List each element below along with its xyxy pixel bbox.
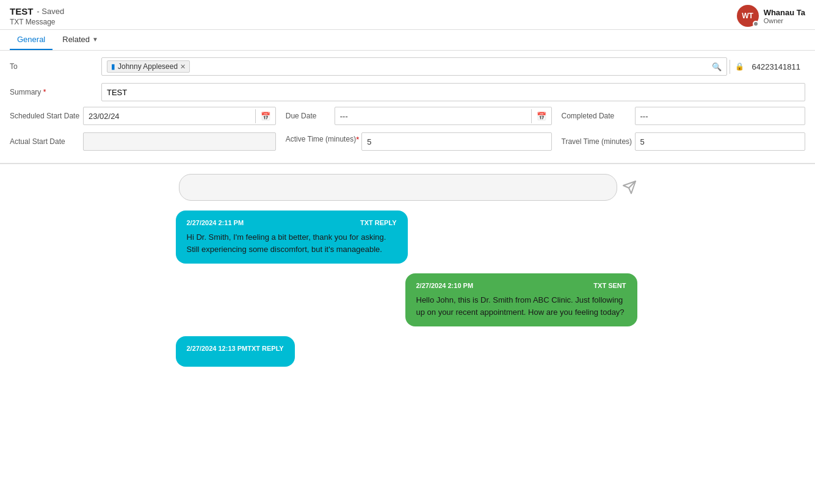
record-type: TXT Message [10, 18, 64, 26]
travel-time-col: Travel Time (minutes) 5 [552, 132, 805, 151]
message-input-row [179, 174, 637, 201]
record-title: TEST [10, 6, 33, 16]
msg-header-3: 2/27/2024 12:13 PM TXT REPLY [187, 345, 284, 352]
calendar-icon-scheduled[interactable]: 📅 [255, 109, 275, 123]
actual-start-value [84, 139, 275, 145]
search-icon[interactable]: 🔍 [712, 62, 722, 71]
msg-timestamp-2: 2/27/2024 2:10 PM [416, 282, 474, 289]
header: TEST - Saved TXT Message WT Whanau Ta Ow… [0, 0, 815, 30]
message-area: 2/27/2024 2:11 PM TXT REPLY Hi Dr. Smith… [0, 164, 815, 497]
message-input[interactable] [179, 174, 617, 201]
scheduled-start-label: Scheduled Start Date [10, 112, 83, 120]
remove-tag-button[interactable]: ✕ [180, 63, 186, 71]
chat-scroll-area: 2/27/2024 2:11 PM TXT REPLY Hi Dr. Smith… [170, 211, 646, 455]
due-date-value: --- [335, 109, 531, 124]
actual-start-col: Actual Start Date [10, 132, 276, 151]
summary-row: Summary [10, 81, 805, 103]
phone-section: 🔒 64223141811 [730, 60, 805, 74]
phone-number: 64223141811 [747, 60, 805, 74]
chat-messages: 2/27/2024 2:11 PM TXT REPLY Hi Dr. Smith… [170, 211, 646, 455]
send-icon [622, 180, 637, 195]
summary-label: Summary [10, 88, 101, 96]
travel-time-field[interactable]: 5 [635, 132, 805, 151]
header-title: TEST - Saved [10, 6, 64, 16]
header-left: TEST - Saved TXT Message [10, 6, 64, 26]
message-bubble-sent-1: 2/27/2024 2:10 PM TXT SENT Hello John, t… [405, 273, 637, 326]
travel-time-label: Travel Time (minutes) [562, 137, 635, 146]
calendar-icon-due[interactable]: 📅 [531, 109, 551, 123]
completed-date-label: Completed Date [562, 112, 635, 120]
nav-tabs: General Related ▼ [0, 30, 815, 51]
due-date-label: Due Date [286, 112, 335, 120]
active-time-label: Active Time (minutes) [286, 132, 356, 143]
message-bubble-reply-1: 2/27/2024 2:11 PM TXT REPLY Hi Dr. Smith… [176, 211, 408, 264]
msg-header-1: 2/27/2024 2:11 PM TXT REPLY [187, 219, 397, 226]
msg-type-1: TXT REPLY [360, 219, 397, 226]
to-label: To [10, 62, 101, 71]
msg-type-3: TXT REPLY [247, 345, 284, 352]
msg-timestamp-3: 2/27/2024 12:13 PM [187, 345, 248, 352]
msg-body-1: Hi Dr. Smith, I'm feeling a bit better, … [187, 231, 397, 255]
due-date-field[interactable]: --- 📅 [335, 107, 552, 125]
to-row: To ▮ Johnny Appleseed ✕ 🔍 🔒 64223141811 [10, 56, 805, 77]
send-button[interactable] [622, 180, 637, 195]
msg-header-2: 2/27/2024 2:10 PM TXT SENT [416, 282, 626, 289]
active-time-required: * [356, 132, 359, 144]
avatar-status-badge [753, 21, 759, 27]
message-bubble-reply-2: 2/27/2024 12:13 PM TXT REPLY [176, 336, 295, 367]
avatar-initials: WT [742, 12, 753, 20]
user-role: Owner [764, 17, 805, 24]
travel-time-value: 5 [636, 134, 805, 149]
saved-status: - Saved [37, 7, 64, 16]
to-field[interactable]: ▮ Johnny Appleseed ✕ 🔍 [101, 57, 727, 76]
user-name: Whanau Ta [764, 8, 805, 17]
scheduled-start-value: 23/02/24 [84, 109, 255, 124]
completed-date-field[interactable]: --- [635, 107, 805, 125]
dates-row-1: Scheduled Start Date 23/02/24 📅 Due Date… [10, 107, 805, 129]
chevron-down-icon: ▼ [92, 36, 98, 43]
tab-general[interactable]: General [10, 30, 53, 50]
lock-icon: 🔒 [735, 62, 744, 71]
due-date-col: Due Date --- 📅 [276, 107, 552, 125]
msg-body-2: Hello John, this is Dr. Smith from ABC C… [416, 294, 626, 318]
completed-date-value: --- [636, 109, 805, 124]
avatar[interactable]: WT [737, 5, 759, 27]
form-area: To ▮ Johnny Appleseed ✕ 🔍 🔒 64223141811 … [0, 51, 815, 164]
to-tag: ▮ Johnny Appleseed ✕ [107, 60, 190, 73]
contact-icon: ▮ [111, 62, 115, 71]
dates-row-2: Actual Start Date Active Time (minutes) … [10, 132, 805, 154]
summary-input[interactable] [101, 83, 805, 101]
scheduled-start-field[interactable]: 23/02/24 📅 [83, 107, 276, 125]
actual-start-label: Actual Start Date [10, 137, 83, 146]
active-time-value: 5 [362, 134, 551, 149]
scheduled-start-col: Scheduled Start Date 23/02/24 📅 [10, 107, 276, 125]
header-right: WT Whanau Ta Owner [737, 5, 805, 27]
msg-timestamp-1: 2/27/2024 2:11 PM [187, 219, 244, 226]
tab-related[interactable]: Related ▼ [55, 30, 106, 50]
completed-date-col: Completed Date --- [552, 107, 805, 125]
active-time-field[interactable]: 5 [361, 132, 551, 151]
msg-type-2: TXT SENT [593, 282, 626, 289]
active-time-col: Active Time (minutes) * 5 [276, 132, 552, 151]
user-info: Whanau Ta Owner [764, 8, 805, 24]
to-tag-name: Johnny Appleseed [118, 62, 178, 71]
actual-start-field[interactable] [83, 132, 276, 151]
